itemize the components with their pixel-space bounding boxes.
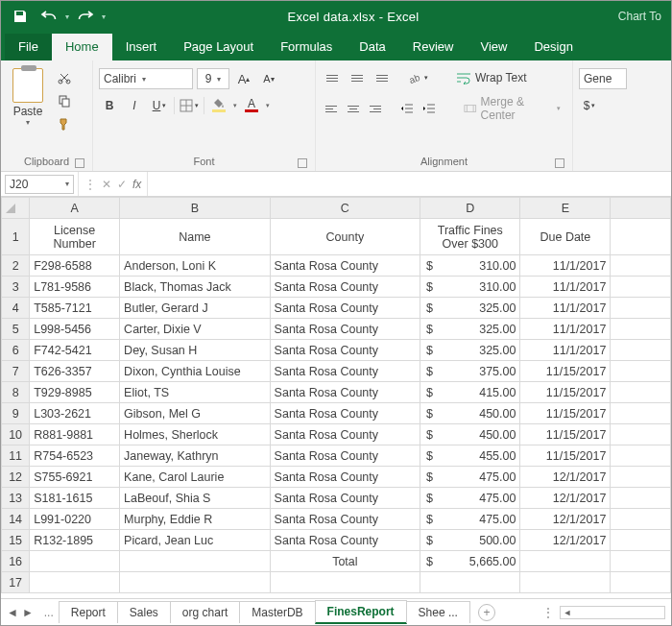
cell[interactable]: Picard, Jean Luc — [120, 530, 271, 551]
align-middle-icon[interactable] — [347, 68, 368, 87]
cell[interactable]: Traffic Fines Over $300 — [420, 219, 520, 255]
cell[interactable]: Santa Rosa County — [270, 445, 420, 467]
cell[interactable]: Santa Rosa County — [270, 467, 420, 488]
save-icon[interactable] — [7, 3, 34, 30]
borders-icon[interactable]: ▾ — [179, 95, 200, 116]
paste-button[interactable]: Paste ▾ — [7, 68, 49, 127]
cancel-formula-icon[interactable]: ✕ — [102, 178, 111, 191]
cell[interactable]: 11/1/2017 — [520, 277, 611, 298]
row-header[interactable]: 16 — [2, 551, 30, 572]
cell[interactable] — [611, 361, 671, 382]
cell[interactable] — [30, 551, 120, 572]
row-header[interactable]: 8 — [2, 382, 30, 403]
cell[interactable]: Santa Rosa County — [270, 319, 420, 340]
cell[interactable]: 12/1/2017 — [520, 467, 611, 488]
cell[interactable] — [611, 551, 671, 572]
increase-indent-icon[interactable] — [420, 99, 439, 118]
cell[interactable]: L781-9586 — [30, 277, 120, 298]
cell[interactable]: Total — [270, 551, 420, 572]
cell[interactable]: L998-5456 — [30, 319, 120, 340]
cell[interactable]: R881-9881 — [30, 424, 120, 445]
cell[interactable]: $375.00 — [420, 361, 520, 382]
tab-formulas[interactable]: Formulas — [267, 34, 346, 60]
cell[interactable]: Santa Rosa County — [270, 530, 420, 551]
cell[interactable]: Janeway, Kathryn — [120, 445, 271, 467]
merge-center-button[interactable]: Merge & Center▾ — [458, 93, 566, 124]
cell[interactable]: S755-6921 — [30, 467, 120, 488]
sheet-tab-finesreport[interactable]: FinesReport — [315, 600, 407, 624]
col-header-B[interactable]: B — [120, 198, 271, 219]
row-header[interactable]: 4 — [2, 298, 30, 319]
cell[interactable] — [611, 340, 671, 361]
sheet-nav-next-icon[interactable]: ► — [22, 606, 34, 619]
worksheet-grid[interactable]: A B C D E 1LicenseNumberNameCountyTraffi… — [1, 197, 671, 598]
cell[interactable] — [30, 572, 120, 593]
row-header[interactable]: 10 — [2, 424, 30, 445]
cell[interactable]: 11/15/2017 — [520, 382, 611, 403]
tab-view[interactable]: View — [467, 34, 520, 60]
cell[interactable] — [520, 572, 611, 593]
cell[interactable] — [120, 572, 271, 593]
cell[interactable]: $325.00 — [420, 298, 520, 319]
font-color-icon[interactable]: A — [241, 95, 262, 116]
tab-review[interactable]: Review — [399, 34, 468, 60]
row-header[interactable]: 11 — [2, 445, 30, 467]
font-dialog-launcher-icon[interactable] — [298, 158, 307, 168]
cell[interactable]: T929-8985 — [30, 382, 120, 403]
col-header-C[interactable]: C — [270, 198, 420, 219]
cell[interactable]: $5,665.00 — [420, 551, 520, 572]
cell[interactable]: Dey, Susan H — [120, 340, 271, 361]
cell[interactable]: F298-6588 — [30, 255, 120, 277]
font-size-combo[interactable]: 9▾ — [197, 68, 229, 89]
row-header[interactable]: 2 — [2, 255, 30, 277]
cut-icon[interactable] — [55, 68, 74, 87]
redo-icon[interactable] — [72, 3, 99, 30]
copy-icon[interactable] — [55, 91, 74, 110]
new-sheet-icon[interactable]: + — [478, 604, 495, 621]
cell[interactable]: L303-2621 — [30, 403, 120, 424]
cell[interactable]: $500.00 — [420, 530, 520, 551]
col-header-E[interactable]: E — [520, 198, 611, 219]
row-header[interactable]: 6 — [2, 340, 30, 361]
row-header[interactable]: 15 — [2, 530, 30, 551]
row-header[interactable]: 3 — [2, 277, 30, 298]
orientation-icon[interactable]: ab▾ — [408, 68, 429, 87]
cell[interactable]: $325.00 — [420, 319, 520, 340]
cell[interactable]: T626-3357 — [30, 361, 120, 382]
row-header[interactable]: 13 — [2, 488, 30, 509]
cell[interactable]: 11/15/2017 — [520, 361, 611, 382]
cell[interactable]: 12/1/2017 — [520, 530, 611, 551]
cell[interactable] — [611, 424, 671, 445]
align-right-icon[interactable] — [366, 99, 384, 118]
cell[interactable]: Due Date — [520, 219, 611, 255]
cell[interactable]: Butler, Gerard J — [120, 298, 271, 319]
row-header[interactable]: 1 — [2, 219, 30, 255]
cell[interactable]: $310.00 — [420, 277, 520, 298]
tab-file[interactable]: File — [5, 34, 52, 60]
tab-data[interactable]: Data — [346, 34, 398, 60]
clipboard-dialog-launcher-icon[interactable] — [75, 158, 84, 168]
cell[interactable]: F742-5421 — [30, 340, 120, 361]
cell[interactable]: Santa Rosa County — [270, 340, 420, 361]
cell[interactable]: $475.00 — [420, 509, 520, 530]
cell[interactable]: 11/1/2017 — [520, 340, 611, 361]
qat-customize-icon[interactable]: ▾ — [101, 12, 107, 21]
align-left-icon[interactable] — [322, 99, 340, 118]
cell[interactable] — [611, 572, 671, 593]
cell[interactable]: $415.00 — [420, 382, 520, 403]
sheet-tab-masterdb[interactable]: MasterDB — [239, 601, 315, 623]
italic-button[interactable]: I — [124, 95, 145, 116]
cell[interactable]: Santa Rosa County — [270, 424, 420, 445]
increase-font-icon[interactable]: A▴ — [233, 68, 254, 89]
col-header-D[interactable]: D — [420, 198, 520, 219]
cell[interactable] — [611, 382, 671, 403]
cell[interactable]: 11/15/2017 — [520, 403, 611, 424]
cell[interactable]: $310.00 — [420, 255, 520, 277]
row-header[interactable]: 12 — [2, 467, 30, 488]
cell[interactable]: 11/1/2017 — [520, 298, 611, 319]
cell[interactable] — [611, 403, 671, 424]
alignment-dialog-launcher-icon[interactable] — [555, 158, 564, 168]
number-format-combo[interactable]: Gene — [579, 68, 627, 89]
cell[interactable]: T585-7121 — [30, 298, 120, 319]
cell[interactable]: Murphy, Eddie R — [120, 509, 271, 530]
